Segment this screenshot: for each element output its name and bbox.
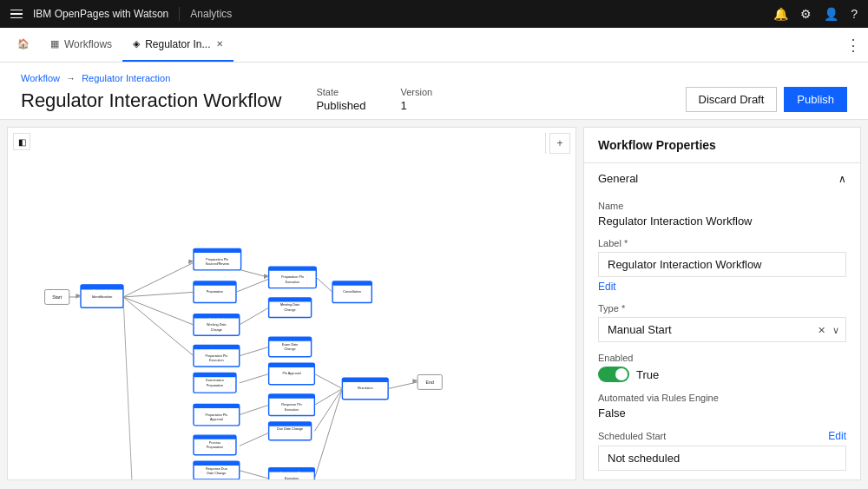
settings-icon[interactable]: ⚙ [800,7,812,21]
breadcrumb-sep: → [66,73,76,83]
svg-text:Identification: Identification [92,294,113,299]
auto-rules-field-row: Automated via Rules Engine False [598,393,846,420]
tab-home[interactable]: 🏠 [7,28,40,62]
svg-text:Preparation Pln: Preparation Pln [205,354,227,358]
svg-text:Approval: Approval [210,418,223,421]
svg-text:Change: Change [211,328,222,332]
publish-button[interactable]: Publish [784,87,847,112]
svg-text:Execution: Execution [209,359,223,362]
home-icon: 🏠 [17,38,30,50]
general-section-header[interactable]: General ∧ [584,163,860,194]
tab-close-icon[interactable]: ✕ [216,39,223,49]
state-label: State [316,87,365,97]
svg-text:Preparation: Preparation [207,446,223,449]
general-section-label: General [598,172,638,185]
svg-text:Meeting: Meeting [212,253,223,256]
user-icon[interactable]: 👤 [824,7,838,21]
type-field-row: Type * Manual Start ✕ ∨ [598,303,846,342]
svg-text:Change: Change [285,308,296,312]
svg-text:Execution: Execution [286,281,299,284]
header-row: Regulator Interaction Workflow State Pub… [21,87,847,112]
type-select-wrapper: Manual Start ✕ ∨ [598,317,846,342]
tab-regulator[interactable]: ◈ Regulator In... ✕ [122,28,233,62]
tab-more-icon[interactable]: ⋮ [845,28,868,62]
panel-title: Workflow Properties [584,128,860,163]
label-input[interactable] [598,252,846,277]
tab-regulator-label: Regulator In... [145,38,210,50]
svg-text:Working Date: Working Date [207,323,227,327]
auto-rules-label: Automated via Rules Engine [598,393,846,403]
page-title: Regulator Interaction Workflow [21,89,281,112]
header-actions: Discard Draft Publish [686,87,848,112]
page-header: Workflow → Regulator Interaction Regulat… [0,63,868,120]
label-field-row: Label * Edit [598,238,846,293]
svg-text:Preparation Pln: Preparation Pln [205,413,227,417]
svg-text:Sourced/Review: Sourced/Review [206,262,230,266]
svg-text:Preparation Pln: Preparation Pln [281,275,304,279]
main-content: ◧ ⊕ ⊟ ⊞ ⟺ − + Start Ownership/ Identif [0,120,868,487]
svg-rect-40 [194,373,236,378]
bell-icon[interactable]: 🔔 [773,7,788,21]
name-label: Name [598,201,846,211]
version-label: Version [401,87,433,97]
svg-rect-69 [194,461,240,466]
scheduled-label: Scheduled Start [598,431,666,441]
nav-icons: 🔔 ⚙ 👤 ? [773,7,858,21]
nav-divider [179,7,180,21]
svg-text:Execution: Execution [285,477,299,479]
svg-text:Meeting Date: Meeting Date [280,303,299,307]
svg-text:Preparation Plan: Preparation Plan [279,472,304,475]
general-section: General ∧ Name Regulator Interaction Wor… [584,163,860,480]
discard-draft-button[interactable]: Discard Draft [686,87,778,112]
help-icon[interactable]: ? [851,7,858,21]
svg-rect-44 [269,337,312,341]
svg-text:Pending Final: Pending Final [355,382,375,386]
version-value: 1 [401,99,433,112]
svg-text:Exam: Exam [213,349,221,353]
scheduled-edit-link[interactable]: Edit [828,430,846,442]
brand-name: IBM OpenPages with Watson [33,8,168,20]
svg-text:Change: Change [285,347,296,351]
workflow-canvas[interactable]: ◧ ⊕ ⊟ ⊞ ⟺ − + Start Ownership/ Identif [7,127,576,480]
label-edit-link[interactable]: Edit [598,281,616,293]
svg-text:Pln Approval: Pln Approval [282,372,300,375]
svg-text:Due Date Change: Due Date Change [277,427,303,431]
breadcrumb-workflow[interactable]: Workflow [21,73,60,83]
name-field-row: Name Regulator Interaction Workflow [598,201,846,228]
type-select-clear[interactable]: ✕ [818,324,825,335]
enabled-toggle[interactable] [598,367,629,382]
svg-text:Preparation: Preparation [207,290,223,294]
svg-text:Exam Date: Exam Date [282,343,299,347]
scheduled-input[interactable] [598,446,846,471]
state-value: Published [316,99,365,112]
general-chevron-icon: ∧ [838,173,846,185]
svg-text:Cancellation: Cancellation [343,290,361,294]
svg-text:Response: Response [209,408,224,412]
svg-text:Exam Preparation: Exam Preparation [279,367,305,371]
svg-text:Response Pln: Response Pln [281,403,301,406]
hamburger-menu[interactable] [10,10,23,19]
svg-text:End: End [426,380,434,385]
enabled-toggle-thumb [615,368,628,380]
properties-panel: Workflow Properties General ∧ Name Regul… [583,127,861,480]
tab-workflows[interactable]: ▦ Workflows [40,28,122,62]
type-select[interactable]: Manual Start [598,317,846,342]
state-field: State Published [316,87,365,112]
svg-text:Process: Process [209,441,221,445]
svg-text:Meeting: Meeting [209,286,220,289]
label-field-label: Label * [598,238,846,248]
breadcrumb-regulator[interactable]: Regulator Interaction [82,73,170,83]
tab-bar: 🏠 ▦ Workflows ◈ Regulator In... ✕ ⋮ [0,28,868,63]
svg-text:Regulator: Regulator [285,399,299,402]
regulator-tab-icon: ◈ [133,38,140,50]
svg-text:Resolution: Resolution [358,387,373,390]
top-navigation: IBM OpenPages with Watson Analytics 🔔 ⚙ … [0,0,868,28]
workflows-icon: ▦ [50,38,59,50]
svg-text:Scheduled: Scheduled [208,318,224,321]
enabled-toggle-label: True [636,368,659,381]
nav-section[interactable]: Analytics [190,8,232,20]
name-value: Regulator Interaction Workflow [598,215,846,228]
scheduled-field-row: Scheduled Start Edit [598,430,846,471]
general-section-content: Name Regulator Interaction Workflow Labe… [584,194,860,480]
workflow-diagram: Start Ownership/ Identification Meeting … [8,128,575,479]
